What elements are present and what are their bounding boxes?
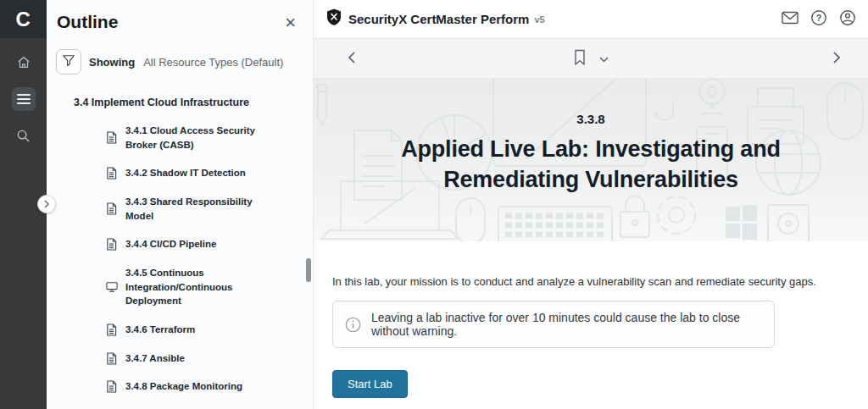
course-brand: SecurityX CertMaster Perform v5 xyxy=(326,8,545,30)
outline-panel: Outline × Showing All Resource Types (De… xyxy=(47,0,314,409)
main-area: SecurityX CertMaster Perform v5 ? xyxy=(314,0,868,409)
notice-text: Leaving a lab inactive for over 10 minut… xyxy=(371,311,760,338)
outline-item[interactable]: 3.4.6 Terraform xyxy=(74,323,313,337)
lesson-navbar xyxy=(314,39,868,78)
info-icon xyxy=(345,317,361,333)
bookmark-menu-button[interactable] xyxy=(599,53,609,65)
previous-lesson-button[interactable] xyxy=(332,39,371,78)
lesson-title: Applied Live Lab: Investigating and Reme… xyxy=(337,134,845,196)
outline-item[interactable]: 3.4.7 Ansible xyxy=(74,351,313,366)
help-button[interactable]: ? xyxy=(810,9,827,29)
document-icon xyxy=(106,380,118,393)
account-button[interactable] xyxy=(839,9,856,29)
app-window: C Outline xyxy=(0,0,868,409)
close-icon: × xyxy=(285,12,296,33)
filter-button[interactable] xyxy=(56,49,81,75)
home-icon xyxy=(16,55,31,70)
lesson-content: In this lab, your mission is to conduct … xyxy=(314,241,868,409)
outline-item[interactable]: 3.4.4 CI/CD Pipeline xyxy=(74,237,313,251)
next-lesson-button[interactable] xyxy=(817,39,856,78)
lesson-banner: 3.3.8 Applied Live Lab: Investigating an… xyxy=(314,78,868,241)
document-icon xyxy=(106,167,118,180)
outline-menu-button[interactable] xyxy=(12,87,36,111)
chevron-down-icon xyxy=(599,53,609,65)
app-title: SecurityX CertMaster Perform xyxy=(348,12,529,26)
start-lab-button[interactable]: Start Lab xyxy=(332,370,408,398)
outline-item[interactable]: 3.4.5 Continuous Integration/Continuous … xyxy=(74,266,313,308)
document-icon xyxy=(106,352,118,365)
outline-scrollbar-thumb[interactable] xyxy=(306,258,311,282)
document-icon xyxy=(106,131,118,144)
help-icon: ? xyxy=(810,9,827,29)
notice-box: Leaving a lab inactive for over 10 minut… xyxy=(332,301,775,348)
shield-x-icon xyxy=(326,8,342,30)
account-icon xyxy=(839,9,856,29)
home-button[interactable] xyxy=(12,51,36,75)
course-header: SecurityX CertMaster Perform v5 ? xyxy=(314,0,868,39)
svg-text:?: ? xyxy=(816,13,821,23)
comptia-logo: C xyxy=(0,0,47,38)
close-outline-button[interactable]: × xyxy=(283,12,298,34)
document-icon xyxy=(106,202,118,215)
hamburger-icon xyxy=(17,93,31,105)
showing-label: Showing xyxy=(89,56,135,69)
outline-item[interactable]: 3.4.1 Cloud Access Security Broker (CASB… xyxy=(74,124,313,152)
filter-value: All Resource Types (Default) xyxy=(143,56,283,69)
outline-list: 3.4 Implement Cloud Infrastructure 3.4.1… xyxy=(47,97,313,409)
outline-item[interactable]: 3.4.8 Package Monitoring xyxy=(74,379,313,394)
outline-item[interactable]: 3.4.2 Shadow IT Detection xyxy=(74,166,313,180)
bookmark-button[interactable] xyxy=(573,49,587,69)
monitor-icon xyxy=(106,281,118,293)
document-icon xyxy=(106,238,118,251)
app-version: v5 xyxy=(534,14,544,25)
chevron-right-icon xyxy=(43,198,50,211)
mail-button[interactable] xyxy=(782,11,798,27)
collapse-panel-button[interactable] xyxy=(37,195,56,213)
search-button[interactable] xyxy=(12,124,36,147)
funnel-icon xyxy=(62,54,75,69)
mail-icon xyxy=(782,11,798,27)
outline-item[interactable]: 3.4.3 Shared Responsibility Model xyxy=(74,195,313,223)
document-icon xyxy=(106,323,118,336)
search-icon xyxy=(16,129,31,143)
chevron-right-icon xyxy=(832,51,841,67)
bookmark-icon xyxy=(573,49,587,69)
lesson-number: 3.3.8 xyxy=(314,112,868,126)
outline-title: Outline xyxy=(57,12,118,32)
chevron-left-icon xyxy=(348,51,356,67)
outline-section-header[interactable]: 3.4 Implement Cloud Infrastructure xyxy=(74,97,313,108)
intro-paragraph: In this lab, your mission is to conduct … xyxy=(332,275,848,288)
